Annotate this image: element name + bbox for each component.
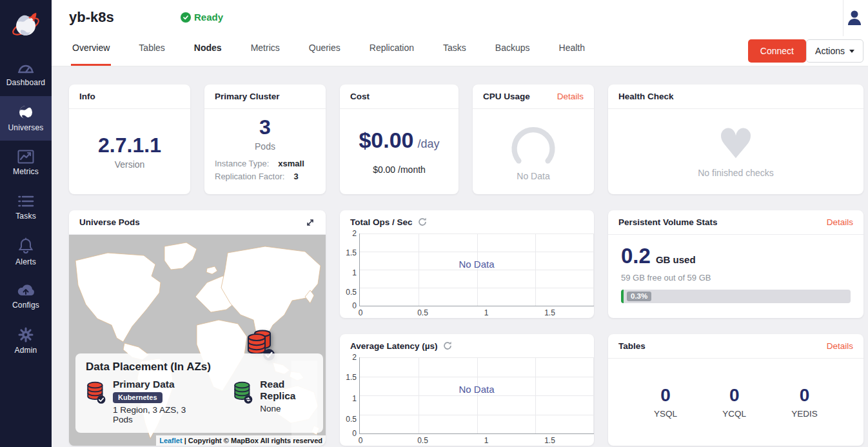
volume-usage-percent: 0.3% [627, 292, 651, 301]
globe-icon [18, 104, 34, 120]
row-label: Instance Type: [215, 159, 269, 168]
tab-backups[interactable]: Backups [494, 36, 531, 66]
sidebar-item-admin[interactable]: Admin [0, 319, 52, 363]
row-value: 3 [293, 172, 298, 181]
summary-row: Info 2.7.1.1 Version Primary Cluster 3 P… [69, 84, 863, 194]
leaflet-link[interactable]: Leaflet [159, 437, 182, 444]
x-tick: 0 [359, 436, 363, 445]
x-tick: 0.5 [417, 308, 428, 317]
refresh-icon [418, 217, 427, 226]
ycql-count: 0 [729, 385, 740, 406]
yugabyte-logo[interactable] [0, 0, 52, 52]
instance-type-row: Instance Type: xsmall [215, 159, 315, 168]
ycql-stat: 0 YCQL [722, 385, 746, 419]
replication-factor-row: Replication Factor: 3 [215, 172, 315, 181]
cost-per-month: $0.00 /month [373, 164, 426, 175]
map-attribution: Leaflet | Copyright © MapBox All rights … [156, 435, 326, 446]
sidebar-item-label: Configs [12, 301, 39, 310]
page-title: yb-k8s [69, 9, 114, 26]
status-badge: Ready [181, 12, 223, 23]
card-title: Primary Cluster [215, 84, 280, 109]
x-tick: 1 [484, 436, 489, 445]
chart-plot-area: 2 1.5 1 0.5 0 0 0.5 1 [340, 357, 594, 446]
tab-nodes[interactable]: Nodes [193, 36, 223, 66]
ysql-count: 0 [660, 385, 671, 406]
pvs-details-link[interactable]: Details [827, 210, 853, 235]
tab-bar: Overview Tables Nodes Metrics Queries Re… [71, 36, 586, 66]
tab-metrics[interactable]: Metrics [250, 36, 281, 66]
sidebar-item-metrics[interactable]: Metrics [0, 141, 52, 185]
world-map[interactable]: Data Placement (In AZs) [69, 235, 326, 446]
overview-content: Info 2.7.1.1 Version Primary Cluster 3 P… [52, 66, 868, 447]
cpu-details-link[interactable]: Details [557, 84, 584, 109]
sidebar-item-label: Tasks [15, 212, 36, 221]
x-tick: 1.5 [544, 436, 555, 445]
yedis-label: YEDIS [791, 409, 818, 419]
tables-details-link[interactable]: Details [827, 334, 853, 359]
card-title: Info [79, 84, 95, 109]
cost-day-unit: /day [418, 137, 440, 151]
bell-icon [18, 237, 34, 254]
tab-overview[interactable]: Overview [71, 36, 111, 66]
row-value: xsmall [278, 159, 304, 168]
cost-card: Cost $0.00 /day $0.00 /month [340, 84, 459, 194]
health-empty-text: No finished checks [698, 168, 774, 178]
user-icon [847, 9, 862, 26]
planet-rocket-icon [9, 9, 43, 43]
user-menu-button[interactable] [847, 9, 862, 28]
tab-queries[interactable]: Queries [308, 36, 342, 66]
gb-used-value: 0.2 [621, 244, 651, 268]
cloud-upload-icon [17, 283, 35, 297]
universe-overview-page: Dashboard Universes Metrics [0, 0, 868, 447]
y-tick: 0.5 [340, 415, 357, 424]
gb-free-text: 59 GB free out of 59 GB [621, 273, 851, 283]
sidebar-item-alerts[interactable]: Alerts [0, 230, 52, 274]
card-title: Average Latency (µs) [350, 341, 438, 351]
read-replica-legend-item: Read Replica None [233, 379, 313, 424]
check-circle-icon [181, 12, 191, 23]
connect-button[interactable]: Connect [748, 39, 806, 63]
sidebar-item-universes[interactable]: Universes [0, 96, 52, 141]
card-title: Health Check [618, 84, 674, 109]
volume-usage-bar: 0.3% [621, 290, 851, 303]
sidebar-item-dashboard[interactable]: Dashboard [0, 52, 52, 96]
expand-map-button[interactable] [305, 217, 315, 228]
primary-cluster-card: Primary Cluster 3 Pods Instance Type: xs… [204, 84, 326, 194]
health-check-card: Health Check ♥ No finished checks [608, 84, 863, 194]
pods-label: Pods [255, 141, 275, 152]
x-tick: 0.5 [417, 436, 428, 445]
tab-health[interactable]: Health [558, 36, 586, 66]
info-card: Info 2.7.1.1 Version [69, 84, 190, 194]
version-value: 2.7.1.1 [98, 134, 161, 157]
tab-tasks[interactable]: Tasks [442, 36, 468, 66]
gear-icon [18, 327, 34, 343]
yedis-stat: 0 YEDIS [791, 385, 818, 419]
primary-data-label: Primary Data [113, 379, 193, 390]
line-chart-icon [17, 150, 34, 164]
chart-plot-area: 2 1.5 1 0.5 0 0 0.5 1 [340, 233, 594, 318]
y-tick: 1.5 [340, 248, 357, 257]
y-tick: 1 [340, 394, 357, 403]
refresh-button[interactable] [418, 217, 427, 226]
replica-database-icon [233, 379, 253, 407]
tab-tables[interactable]: Tables [137, 36, 166, 66]
sidebar: Dashboard Universes Metrics [0, 0, 52, 447]
actions-dropdown-button[interactable]: Actions [806, 39, 863, 63]
gauge-arc-icon [504, 122, 563, 168]
read-replica-label: Read Replica [260, 379, 313, 402]
y-tick: 0 [340, 301, 357, 310]
sidebar-item-label: Admin [14, 346, 37, 355]
charts-column: Total Ops / Sec 2 1.5 1 0.5 [340, 210, 594, 446]
cpu-empty-text: No Data [517, 171, 549, 181]
refresh-button[interactable] [443, 341, 452, 350]
ycql-label: YCQL [722, 409, 746, 419]
y-tick: 1.5 [340, 373, 357, 382]
tab-replication[interactable]: Replication [368, 36, 415, 66]
sidebar-item-configs[interactable]: Configs [0, 274, 52, 319]
sidebar-item-label: Universes [8, 123, 43, 132]
status-text: Ready [194, 12, 223, 23]
card-title: Total Ops / Sec [350, 217, 413, 227]
x-tick: 1 [484, 308, 489, 317]
sidebar-item-label: Alerts [15, 257, 36, 266]
sidebar-item-tasks[interactable]: Tasks [0, 185, 52, 230]
